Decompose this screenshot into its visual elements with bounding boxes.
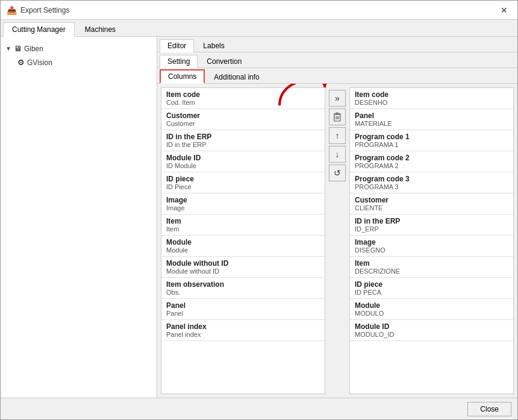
- left-item-sub: Customer: [166, 120, 320, 127]
- columns-content: Item codeCod. ItemCustomerCustomerID in …: [157, 84, 517, 398]
- right-item-title: Item code: [355, 90, 508, 99]
- tab-setting[interactable]: Setting: [160, 55, 198, 68]
- right-item-sub: MODULO: [355, 310, 508, 317]
- right-item-title: Panel: [355, 111, 508, 120]
- content-area: ▼ 🖥 Giben ⚙ GVision Editor Labels Settin…: [1, 37, 517, 398]
- title-bar: 📤 Export Settings ✕: [1, 1, 517, 20]
- left-list-item[interactable]: Panel indexPanel index: [161, 320, 325, 341]
- left-item-sub: Image: [166, 204, 320, 212]
- left-item-title: Item observation: [166, 280, 320, 289]
- right-list-item[interactable]: ModuleMODULO: [350, 299, 513, 320]
- left-item-sub: ID in the ERP: [166, 141, 320, 148]
- left-item-sub: Cod. Item: [166, 99, 320, 106]
- right-list-scroll[interactable]: Item codeDESENHOPanelMATERIALEProgram co…: [350, 88, 513, 393]
- title-bar-left: 📤 Export Settings: [7, 5, 69, 15]
- tab-editor[interactable]: Editor: [160, 39, 194, 52]
- left-list-item[interactable]: CustomerCustomer: [161, 109, 325, 130]
- right-item-title: ID piece: [355, 280, 508, 289]
- right-list-item[interactable]: CustomerCLIENTE: [350, 193, 513, 215]
- left-item-title: Panel: [166, 301, 320, 310]
- left-list-item[interactable]: Module without IDModule without ID: [161, 257, 325, 278]
- tab-machines[interactable]: Machines: [76, 22, 125, 36]
- right-item-title: Program code 2: [355, 154, 508, 162]
- left-list-item[interactable]: Module IDID Module: [161, 151, 325, 172]
- window-close-button[interactable]: ✕: [497, 4, 511, 16]
- tab-labels[interactable]: Labels: [195, 39, 232, 52]
- right-list-item[interactable]: ItemDESCRIZIONE: [350, 257, 513, 278]
- left-list-item[interactable]: ImageImage: [161, 193, 325, 215]
- move-down-button[interactable]: ↓: [329, 146, 346, 163]
- right-item-sub: PROGRAMA 3: [355, 183, 508, 190]
- left-list-item[interactable]: ID in the ERPID in the ERP: [161, 130, 325, 151]
- right-item-title: ID in the ERP: [355, 217, 508, 225]
- left-item-title: Image: [166, 196, 320, 204]
- window-title: Export Settings: [20, 6, 69, 14]
- left-item-sub: ID Module: [166, 162, 320, 169]
- left-list-item[interactable]: Item observationObs.: [161, 278, 325, 299]
- left-list-item[interactable]: Item codeCod. Item: [161, 88, 325, 109]
- delete-button[interactable]: [329, 108, 346, 125]
- tab-columns[interactable]: Columns: [160, 69, 205, 84]
- left-item-title: Module ID: [166, 154, 320, 162]
- left-item-title: Customer: [166, 111, 320, 120]
- right-list-item[interactable]: Item codeDESENHO: [350, 88, 513, 109]
- left-item-sub: Module: [166, 246, 320, 254]
- export-icon: 📤: [7, 5, 17, 15]
- giben-label: Giben: [24, 45, 43, 53]
- right-item-sub: CLIENTE: [355, 204, 508, 212]
- right-item-sub: MODULO_ID: [355, 331, 508, 338]
- close-button[interactable]: Close: [467, 402, 511, 416]
- left-item-title: ID piece: [166, 175, 320, 183]
- giben-node-icon: 🖥: [14, 44, 22, 53]
- right-list-item[interactable]: ImageDISEGNO: [350, 236, 513, 257]
- right-item-title: Customer: [355, 196, 508, 204]
- setting-tabs: Setting Convertion: [157, 52, 517, 68]
- expand-icon: ▼: [5, 45, 11, 52]
- left-item-sub: Obs.: [166, 289, 320, 296]
- left-list-item[interactable]: ID pieceID Piece: [161, 172, 325, 193]
- move-up-button[interactable]: ↑: [329, 127, 346, 144]
- export-settings-window: 📤 Export Settings ✕ Cutting Manager Mach…: [0, 0, 518, 420]
- tab-additional-info[interactable]: Additional info: [206, 71, 267, 83]
- middle-buttons: » ↑ ↓ ↺: [328, 87, 347, 394]
- right-list-item[interactable]: Module IDMODULO_ID: [350, 320, 513, 341]
- left-list-item[interactable]: ModuleModule: [161, 236, 325, 257]
- left-item-sub: Item: [166, 225, 320, 233]
- right-item-sub: ID_ERP: [355, 225, 508, 233]
- tab-convertion[interactable]: Convertion: [199, 55, 249, 67]
- left-list-scroll[interactable]: Item codeCod. ItemCustomerCustomerID in …: [161, 88, 325, 393]
- right-list-item[interactable]: Program code 3PROGRAMA 3: [350, 172, 513, 193]
- right-item-title: Module ID: [355, 322, 508, 331]
- tab-cutting-manager[interactable]: Cutting Manager: [3, 22, 75, 37]
- right-list-item[interactable]: Program code 2PROGRAMA 2: [350, 151, 513, 172]
- sidebar: ▼ 🖥 Giben ⚙ GVision: [1, 37, 157, 398]
- right-list-item[interactable]: ID pieceID PECA: [350, 278, 513, 299]
- sidebar-root-giben[interactable]: ▼ 🖥 Giben: [1, 42, 157, 55]
- right-list-item[interactable]: ID in the ERPID_ERP: [350, 215, 513, 236]
- svg-rect-2: [336, 113, 339, 114]
- add-all-button[interactable]: »: [329, 90, 346, 107]
- top-tabs: Cutting Manager Machines: [1, 20, 517, 37]
- left-list-item[interactable]: PanelPanel: [161, 299, 325, 320]
- right-item-sub: MATERIALE: [355, 120, 508, 127]
- left-item-title: Panel index: [166, 322, 320, 331]
- left-item-sub: ID Piece: [166, 183, 320, 190]
- right-item-sub: ID PECA: [355, 289, 508, 296]
- left-item-sub: Panel: [166, 310, 320, 317]
- left-item-sub: Panel index: [166, 331, 320, 338]
- left-list-item[interactable]: ItemItem: [161, 215, 325, 236]
- left-list-container: Item codeCod. ItemCustomerCustomerID in …: [161, 87, 325, 394]
- left-item-title: Item: [166, 217, 320, 225]
- right-item-title: Module: [355, 301, 508, 310]
- right-item-sub: DISEGNO: [355, 246, 508, 254]
- right-item-sub: DESCRIZIONE: [355, 268, 508, 275]
- right-list-item[interactable]: Program code 1PROGRAMA 1: [350, 130, 513, 151]
- footer: Close: [1, 398, 517, 419]
- gvision-icon: ⚙: [17, 58, 25, 67]
- right-item-sub: DESENHO: [355, 99, 508, 106]
- refresh-button[interactable]: ↺: [329, 165, 346, 181]
- right-item-sub: PROGRAMA 2: [355, 162, 508, 169]
- sidebar-item-gvision[interactable]: ⚙ GVision: [1, 55, 157, 69]
- right-list-item[interactable]: PanelMATERIALE: [350, 109, 513, 130]
- right-item-title: Image: [355, 238, 508, 246]
